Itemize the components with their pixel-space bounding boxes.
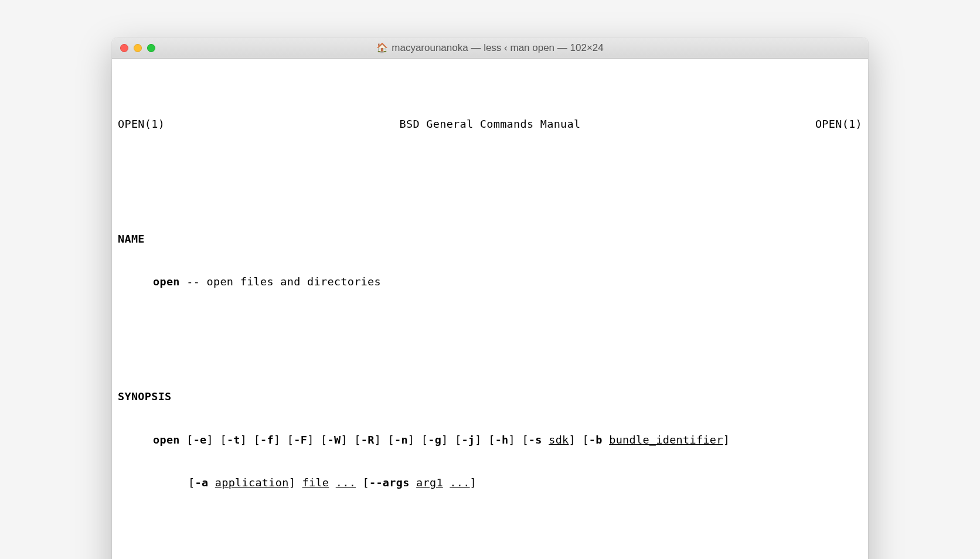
header-right: OPEN(1) [815,117,862,132]
window-titlebar[interactable]: 🏠 macyarounanoka — less ‹ man open — 102… [112,38,868,59]
section-synopsis-title: SYNOPSIS [118,390,862,404]
manpage-header: OPEN(1) BSD General Commands Manual OPEN… [118,107,862,132]
section-name-title: NAME [118,232,862,247]
section-name-body: open -- open files and directories [118,275,862,289]
close-button[interactable] [120,44,128,52]
traffic-lights [120,44,155,52]
terminal-window: 🏠 macyarounanoka — less ‹ man open — 102… [112,38,868,559]
maximize-button[interactable] [147,44,155,52]
window-title-text: macyarounanoka — less ‹ man open — 102×2… [392,42,603,54]
synopsis-line1: open [-e] [-t] [-f] [-F] [-W] [-R] [-n] … [118,433,862,448]
header-center: BSD General Commands Manual [165,117,815,132]
terminal-content[interactable]: OPEN(1) BSD General Commands Manual OPEN… [112,59,868,559]
minimize-button[interactable] [134,44,142,52]
synopsis-line2: [-a application] file ... [--args arg1 .… [118,476,862,490]
home-icon: 🏠 [376,43,388,53]
name-cmd: open [153,275,180,288]
header-left: OPEN(1) [118,117,165,132]
name-desc: -- open files and directories [180,275,381,288]
syn-cmd: open [153,434,180,446]
window-title: 🏠 macyarounanoka — less ‹ man open — 102… [112,42,868,54]
